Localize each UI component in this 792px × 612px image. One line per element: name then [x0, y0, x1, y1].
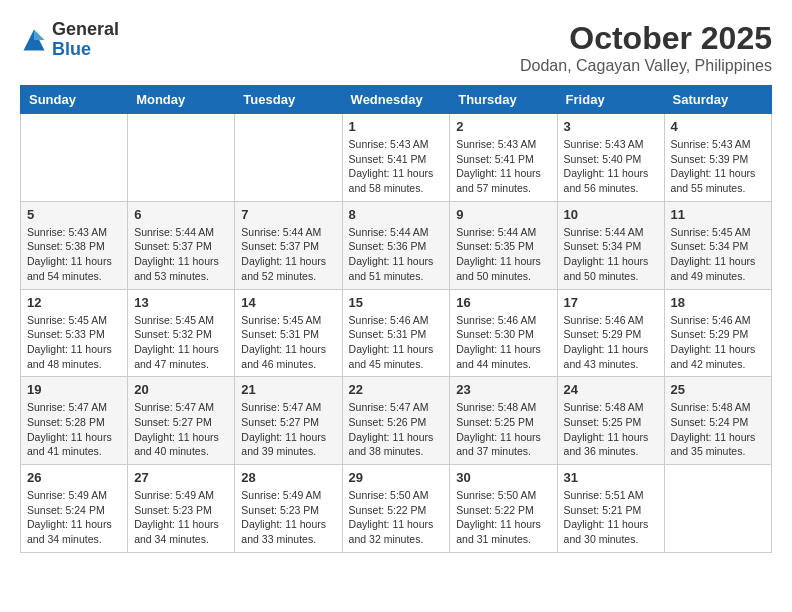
day-info: Sunrise: 5:44 AM Sunset: 5:37 PM Dayligh… [241, 225, 335, 284]
svg-marker-1 [34, 29, 45, 40]
page-container: General Blue October 2025 Dodan, Cagayan… [20, 20, 772, 553]
table-row: 17Sunrise: 5:46 AM Sunset: 5:29 PM Dayli… [557, 289, 664, 377]
day-info: Sunrise: 5:47 AM Sunset: 5:28 PM Dayligh… [27, 400, 121, 459]
table-row: 24Sunrise: 5:48 AM Sunset: 5:25 PM Dayli… [557, 377, 664, 465]
table-row: 13Sunrise: 5:45 AM Sunset: 5:32 PM Dayli… [128, 289, 235, 377]
day-number: 27 [134, 470, 228, 485]
day-number: 21 [241, 382, 335, 397]
day-number: 25 [671, 382, 765, 397]
page-subtitle: Dodan, Cagayan Valley, Philippines [520, 57, 772, 75]
table-row: 30Sunrise: 5:50 AM Sunset: 5:22 PM Dayli… [450, 465, 557, 553]
day-number: 18 [671, 295, 765, 310]
table-row: 9Sunrise: 5:44 AM Sunset: 5:35 PM Daylig… [450, 201, 557, 289]
table-row: 14Sunrise: 5:45 AM Sunset: 5:31 PM Dayli… [235, 289, 342, 377]
day-info: Sunrise: 5:46 AM Sunset: 5:30 PM Dayligh… [456, 313, 550, 372]
day-number: 15 [349, 295, 444, 310]
week-row-3: 12Sunrise: 5:45 AM Sunset: 5:33 PM Dayli… [21, 289, 772, 377]
table-row: 5Sunrise: 5:43 AM Sunset: 5:38 PM Daylig… [21, 201, 128, 289]
day-number: 5 [27, 207, 121, 222]
logo-icon [20, 26, 48, 54]
table-row: 8Sunrise: 5:44 AM Sunset: 5:36 PM Daylig… [342, 201, 450, 289]
col-saturday: Saturday [664, 86, 771, 114]
table-row: 29Sunrise: 5:50 AM Sunset: 5:22 PM Dayli… [342, 465, 450, 553]
table-row [21, 114, 128, 202]
table-row: 3Sunrise: 5:43 AM Sunset: 5:40 PM Daylig… [557, 114, 664, 202]
day-info: Sunrise: 5:48 AM Sunset: 5:24 PM Dayligh… [671, 400, 765, 459]
table-row: 25Sunrise: 5:48 AM Sunset: 5:24 PM Dayli… [664, 377, 771, 465]
table-row: 1Sunrise: 5:43 AM Sunset: 5:41 PM Daylig… [342, 114, 450, 202]
day-number: 31 [564, 470, 658, 485]
title-section: October 2025 Dodan, Cagayan Valley, Phil… [520, 20, 772, 75]
col-wednesday: Wednesday [342, 86, 450, 114]
day-number: 8 [349, 207, 444, 222]
day-number: 3 [564, 119, 658, 134]
day-info: Sunrise: 5:44 AM Sunset: 5:34 PM Dayligh… [564, 225, 658, 284]
day-number: 29 [349, 470, 444, 485]
table-row: 4Sunrise: 5:43 AM Sunset: 5:39 PM Daylig… [664, 114, 771, 202]
table-row: 7Sunrise: 5:44 AM Sunset: 5:37 PM Daylig… [235, 201, 342, 289]
day-info: Sunrise: 5:46 AM Sunset: 5:29 PM Dayligh… [564, 313, 658, 372]
day-number: 12 [27, 295, 121, 310]
day-number: 19 [27, 382, 121, 397]
day-number: 17 [564, 295, 658, 310]
day-info: Sunrise: 5:50 AM Sunset: 5:22 PM Dayligh… [456, 488, 550, 547]
day-info: Sunrise: 5:43 AM Sunset: 5:38 PM Dayligh… [27, 225, 121, 284]
day-number: 23 [456, 382, 550, 397]
table-row: 6Sunrise: 5:44 AM Sunset: 5:37 PM Daylig… [128, 201, 235, 289]
day-info: Sunrise: 5:45 AM Sunset: 5:31 PM Dayligh… [241, 313, 335, 372]
day-number: 24 [564, 382, 658, 397]
day-info: Sunrise: 5:43 AM Sunset: 5:39 PM Dayligh… [671, 137, 765, 196]
day-info: Sunrise: 5:47 AM Sunset: 5:26 PM Dayligh… [349, 400, 444, 459]
day-number: 9 [456, 207, 550, 222]
day-info: Sunrise: 5:46 AM Sunset: 5:31 PM Dayligh… [349, 313, 444, 372]
day-number: 26 [27, 470, 121, 485]
day-info: Sunrise: 5:49 AM Sunset: 5:24 PM Dayligh… [27, 488, 121, 547]
day-info: Sunrise: 5:43 AM Sunset: 5:41 PM Dayligh… [456, 137, 550, 196]
table-row: 19Sunrise: 5:47 AM Sunset: 5:28 PM Dayli… [21, 377, 128, 465]
table-row: 31Sunrise: 5:51 AM Sunset: 5:21 PM Dayli… [557, 465, 664, 553]
day-info: Sunrise: 5:44 AM Sunset: 5:35 PM Dayligh… [456, 225, 550, 284]
day-number: 1 [349, 119, 444, 134]
day-number: 14 [241, 295, 335, 310]
day-number: 10 [564, 207, 658, 222]
day-number: 4 [671, 119, 765, 134]
table-row: 12Sunrise: 5:45 AM Sunset: 5:33 PM Dayli… [21, 289, 128, 377]
table-row: 20Sunrise: 5:47 AM Sunset: 5:27 PM Dayli… [128, 377, 235, 465]
week-row-5: 26Sunrise: 5:49 AM Sunset: 5:24 PM Dayli… [21, 465, 772, 553]
week-row-4: 19Sunrise: 5:47 AM Sunset: 5:28 PM Dayli… [21, 377, 772, 465]
table-row: 16Sunrise: 5:46 AM Sunset: 5:30 PM Dayli… [450, 289, 557, 377]
day-info: Sunrise: 5:45 AM Sunset: 5:34 PM Dayligh… [671, 225, 765, 284]
logo-text: General Blue [52, 20, 119, 60]
day-info: Sunrise: 5:49 AM Sunset: 5:23 PM Dayligh… [134, 488, 228, 547]
table-row: 27Sunrise: 5:49 AM Sunset: 5:23 PM Dayli… [128, 465, 235, 553]
col-tuesday: Tuesday [235, 86, 342, 114]
day-info: Sunrise: 5:48 AM Sunset: 5:25 PM Dayligh… [456, 400, 550, 459]
calendar-header-row: Sunday Monday Tuesday Wednesday Thursday… [21, 86, 772, 114]
day-info: Sunrise: 5:51 AM Sunset: 5:21 PM Dayligh… [564, 488, 658, 547]
day-number: 6 [134, 207, 228, 222]
table-row [664, 465, 771, 553]
week-row-1: 1Sunrise: 5:43 AM Sunset: 5:41 PM Daylig… [21, 114, 772, 202]
day-number: 22 [349, 382, 444, 397]
day-number: 2 [456, 119, 550, 134]
day-info: Sunrise: 5:44 AM Sunset: 5:36 PM Dayligh… [349, 225, 444, 284]
table-row: 11Sunrise: 5:45 AM Sunset: 5:34 PM Dayli… [664, 201, 771, 289]
table-row: 22Sunrise: 5:47 AM Sunset: 5:26 PM Dayli… [342, 377, 450, 465]
day-number: 20 [134, 382, 228, 397]
table-row [128, 114, 235, 202]
page-title: October 2025 [520, 20, 772, 57]
table-row: 18Sunrise: 5:46 AM Sunset: 5:29 PM Dayli… [664, 289, 771, 377]
col-thursday: Thursday [450, 86, 557, 114]
table-row: 23Sunrise: 5:48 AM Sunset: 5:25 PM Dayli… [450, 377, 557, 465]
day-info: Sunrise: 5:45 AM Sunset: 5:33 PM Dayligh… [27, 313, 121, 372]
week-row-2: 5Sunrise: 5:43 AM Sunset: 5:38 PM Daylig… [21, 201, 772, 289]
day-info: Sunrise: 5:50 AM Sunset: 5:22 PM Dayligh… [349, 488, 444, 547]
calendar-table: Sunday Monday Tuesday Wednesday Thursday… [20, 85, 772, 553]
day-number: 11 [671, 207, 765, 222]
day-info: Sunrise: 5:49 AM Sunset: 5:23 PM Dayligh… [241, 488, 335, 547]
day-number: 28 [241, 470, 335, 485]
day-info: Sunrise: 5:44 AM Sunset: 5:37 PM Dayligh… [134, 225, 228, 284]
table-row [235, 114, 342, 202]
table-row: 21Sunrise: 5:47 AM Sunset: 5:27 PM Dayli… [235, 377, 342, 465]
table-row: 28Sunrise: 5:49 AM Sunset: 5:23 PM Dayli… [235, 465, 342, 553]
